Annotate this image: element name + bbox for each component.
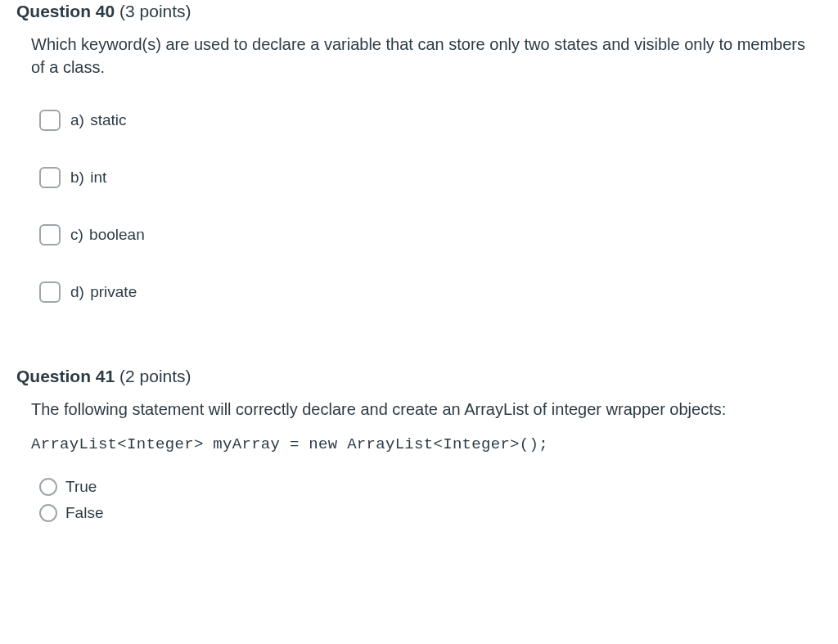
checkbox-icon[interactable] [39,167,61,188]
option-label: d) private [70,283,137,301]
option-label: c) boolean [70,226,145,244]
option-prefix: c) [70,226,83,244]
question-header: Question 41 (2 points) [16,367,822,386]
option-false[interactable]: False [39,504,822,522]
option-b[interactable]: b) int [39,167,822,188]
question-body: The following statement will correctly d… [16,398,822,522]
option-c[interactable]: c) boolean [39,224,822,245]
option-label: False [65,504,103,522]
question-body: Which keyword(s) are used to declare a v… [16,33,822,303]
radio-icon[interactable] [39,504,57,522]
options-list: a) static b) int c) boolean d) private [31,110,822,303]
question-number: 40 [96,2,115,20]
question-label: Question 40 [16,2,115,20]
option-text: boolean [89,226,145,244]
code-statement: ArrayList<Integer> myArray = new ArrayLi… [31,435,822,453]
question-40: Question 40 (3 points) Which keyword(s) … [0,0,838,327]
checkbox-icon[interactable] [39,110,61,131]
option-text: static [90,111,126,129]
question-41: Question 41 (2 points) The following sta… [0,327,838,547]
option-prefix: a) [70,111,84,129]
option-label: True [65,478,97,496]
option-d[interactable]: d) private [39,281,822,303]
question-text: The following statement will correctly d… [31,398,822,421]
option-label: b) int [70,169,106,187]
option-a[interactable]: a) static [39,110,822,131]
question-label: Question 41 [16,367,115,385]
question-points: (3 points) [119,2,191,20]
question-number: 41 [96,367,115,385]
option-label: a) static [70,111,127,129]
option-text: private [90,283,137,301]
question-header: Question 40 (3 points) [16,2,822,21]
option-text: int [90,169,106,187]
checkbox-icon[interactable] [39,281,61,303]
option-prefix: b) [70,169,84,187]
question-points: (2 points) [119,367,191,385]
option-true[interactable]: True [39,478,822,496]
option-prefix: d) [70,283,84,301]
question-label-word: Question [16,367,91,385]
checkbox-icon[interactable] [39,224,61,245]
question-label-word: Question [16,2,91,20]
tf-options: True False [31,478,822,522]
radio-icon[interactable] [39,478,57,496]
question-text: Which keyword(s) are used to declare a v… [31,33,822,79]
